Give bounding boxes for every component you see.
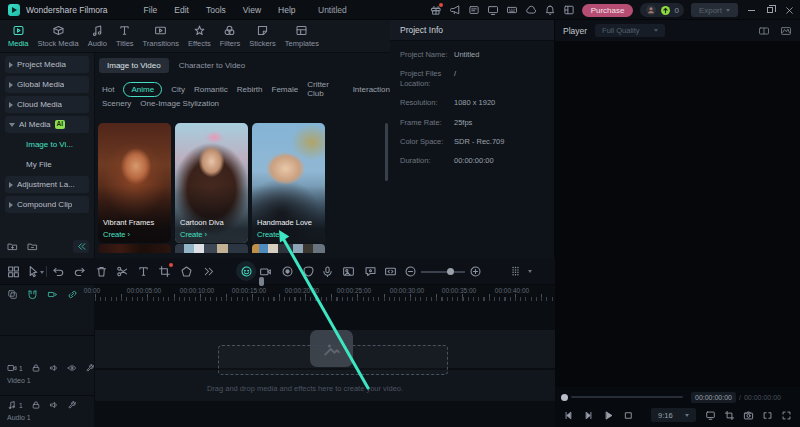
smart-edit-button[interactable] <box>364 265 377 278</box>
chip-city[interactable]: City <box>171 85 185 94</box>
split-button[interactable] <box>116 265 129 278</box>
audio-track-header[interactable]: 1 Audio 1 <box>7 400 90 421</box>
timeline-ruler[interactable]: 00:00 00:00:05:00 00:00:10:00 00:00:15:0… <box>95 286 555 302</box>
snapshot-icon[interactable] <box>743 410 754 421</box>
aspect-ratio-select[interactable]: 9:16 <box>651 408 696 422</box>
create-link[interactable]: Create › <box>257 230 284 239</box>
menu-item-edit[interactable]: Edit <box>174 5 189 15</box>
sidebar-item-image-to-video[interactable]: Image to Vi... <box>5 136 89 153</box>
sidebar-item-ai-media[interactable]: AI MediaAI <box>5 116 89 133</box>
chevron-down-icon[interactable] <box>40 271 44 274</box>
quality-select[interactable]: Full Quality <box>595 24 665 37</box>
track-settings-icon[interactable] <box>85 363 95 373</box>
track-height-button[interactable] <box>509 265 522 278</box>
tab-image-to-video[interactable]: Image to Video <box>99 58 169 73</box>
chip-rebirth[interactable]: Rebirth <box>237 85 263 94</box>
chip-scenery[interactable]: Scenery <box>102 99 131 108</box>
record-button[interactable] <box>281 265 294 278</box>
restore-button[interactable] <box>764 4 776 16</box>
chip-hot[interactable]: Hot <box>102 85 114 94</box>
tab-filters[interactable]: Filters <box>220 24 240 48</box>
snap-magnet-icon[interactable] <box>27 289 38 300</box>
crop-preview-icon[interactable] <box>724 410 735 421</box>
chip-female[interactable]: Female <box>272 85 299 94</box>
chroma-key-button[interactable] <box>342 265 355 278</box>
manage-tracks-icon[interactable] <box>7 289 18 300</box>
new-folder-icon[interactable] <box>7 241 18 252</box>
account-pill[interactable]: 0 <box>640 3 683 17</box>
keyframe-motion-button[interactable] <box>384 265 397 278</box>
create-link[interactable]: Create › <box>180 230 207 239</box>
chip-romantic[interactable]: Romantic <box>194 85 228 94</box>
megaphone-icon[interactable] <box>449 4 461 16</box>
timeline-lane[interactable]: Drag and drop media and effects here to … <box>95 302 555 427</box>
template-card-vibrant-frames[interactable]: Vibrant Frames Create › <box>98 123 171 243</box>
shield-mask-button[interactable] <box>302 265 315 278</box>
notification-bell-icon[interactable] <box>544 4 556 16</box>
sidebar-item-adjustment-layer[interactable]: Adjustment La... <box>5 176 89 193</box>
lock-track-icon[interactable] <box>31 363 41 373</box>
tab-transitions[interactable]: Transitions <box>143 24 179 48</box>
card-peek[interactable] <box>98 244 171 253</box>
mute-track-icon[interactable] <box>49 363 59 373</box>
preview-viewport[interactable] <box>555 41 800 387</box>
play-button[interactable] <box>603 410 614 421</box>
video-track-header[interactable]: 1 Video 1 <box>7 363 90 384</box>
collapse-sidebar-button[interactable] <box>73 240 89 253</box>
render-preview-icon[interactable] <box>705 410 716 421</box>
feedback-icon[interactable] <box>468 4 480 16</box>
cloud-icon[interactable] <box>525 4 537 16</box>
create-link[interactable]: Create › <box>103 230 130 239</box>
playhead-handle[interactable] <box>259 277 264 286</box>
chip-anime[interactable]: Anime <box>123 82 162 97</box>
fullscreen-icon[interactable] <box>781 410 792 421</box>
zoom-slider-handle[interactable] <box>447 268 454 275</box>
gift-icon[interactable] <box>430 4 442 16</box>
tab-templates[interactable]: Templates <box>285 24 319 48</box>
card-peek[interactable] <box>252 244 325 253</box>
scrollbar-thumb[interactable] <box>385 123 388 181</box>
tab-stickers[interactable]: Stickers <box>249 24 276 48</box>
tab-stock-media[interactable]: Stock Media <box>37 24 78 48</box>
sidebar-item-cloud-media[interactable]: Cloud Media <box>5 96 89 113</box>
hide-track-icon[interactable] <box>67 363 77 373</box>
tab-media[interactable]: Media <box>8 24 28 48</box>
color-scope-icon[interactable] <box>780 25 792 37</box>
keyboard-icon[interactable] <box>506 4 518 16</box>
voiceover-mic-button[interactable] <box>321 265 334 278</box>
lock-track-icon[interactable] <box>31 400 41 410</box>
sidebar-item-global-media[interactable]: Global Media <box>5 76 89 93</box>
sidebar-item-project-media[interactable]: Project Media <box>5 56 89 73</box>
ai-portrait-button[interactable] <box>236 261 256 281</box>
undo-button[interactable] <box>52 265 65 278</box>
sidebar-item-compound-clip[interactable]: Compound Clip <box>5 196 89 213</box>
zoom-out-button[interactable] <box>404 265 417 278</box>
avatar[interactable] <box>645 4 657 16</box>
tab-titles[interactable]: Titles <box>116 24 134 48</box>
tab-character-to-video[interactable]: Character to Video <box>179 61 246 70</box>
close-button[interactable] <box>783 4 795 16</box>
timeline-zoom-slider[interactable] <box>421 271 465 273</box>
minimize-button[interactable] <box>745 4 757 16</box>
menu-item-file[interactable]: File <box>144 5 158 15</box>
chip-interaction[interactable]: Interaction <box>353 85 390 94</box>
redo-button[interactable] <box>73 265 86 278</box>
display-icon[interactable] <box>487 4 499 16</box>
menu-item-view[interactable]: View <box>243 5 261 15</box>
delete-button[interactable] <box>95 265 108 278</box>
track-settings-icon[interactable] <box>67 400 77 410</box>
next-frame-button[interactable] <box>583 410 594 421</box>
purchase-button[interactable]: Purchase <box>582 4 634 17</box>
export-button[interactable]: Export <box>691 3 738 17</box>
chip-critter-club[interactable]: Critter Club <box>307 80 343 98</box>
auto-ripple-icon[interactable] <box>47 289 58 300</box>
chip-one-image-stylization[interactable]: One-Image Stylization <box>140 99 219 108</box>
select-tool-icon[interactable] <box>27 265 40 278</box>
menu-item-help[interactable]: Help <box>278 5 295 15</box>
sidebar-item-my-file[interactable]: My File <box>5 156 89 173</box>
stop-button[interactable] <box>623 410 634 421</box>
text-tool-button[interactable] <box>137 265 150 278</box>
template-card-cartoon-diva[interactable]: Cartoon Diva Create › <box>175 123 248 243</box>
delete-folder-icon[interactable] <box>27 241 38 252</box>
more-tools-button[interactable] <box>202 265 215 278</box>
